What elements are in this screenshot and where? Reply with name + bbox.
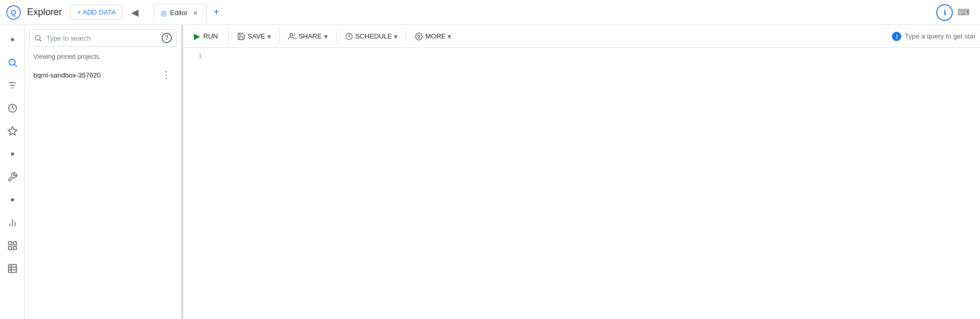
toolbar-divider-3 bbox=[336, 30, 337, 43]
nav-dashboard[interactable] bbox=[2, 235, 23, 256]
logo-button[interactable]: Q bbox=[4, 3, 23, 22]
editor-line-1: 1 bbox=[192, 52, 972, 60]
query-hint: i Type a query to get star bbox=[892, 32, 976, 41]
run-icon: ▶ bbox=[194, 31, 200, 41]
dot-icon-1 bbox=[11, 38, 14, 41]
add-data-button[interactable]: + ADD DATA bbox=[70, 5, 122, 20]
code-editor[interactable]: 1 bbox=[183, 48, 980, 319]
tab-editor[interactable]: ◎ Editor ✕ bbox=[154, 4, 207, 22]
svg-rect-14 bbox=[8, 265, 16, 273]
svg-rect-10 bbox=[8, 242, 11, 245]
nav-table[interactable] bbox=[2, 258, 23, 279]
line-content-1 bbox=[210, 52, 972, 60]
svg-rect-13 bbox=[8, 247, 11, 250]
share-label: SHARE bbox=[299, 32, 322, 40]
svg-rect-12 bbox=[13, 247, 16, 250]
top-header: Q Explorer + ADD DATA ◀ ◎ Editor ✕ + ℹ ⌨ bbox=[0, 0, 980, 25]
more-label: MORE bbox=[425, 32, 445, 40]
query-hint-text: Type a query to get star bbox=[904, 32, 976, 40]
dot-icon-3 bbox=[11, 198, 14, 201]
svg-point-20 bbox=[290, 33, 292, 36]
svg-marker-6 bbox=[8, 127, 17, 135]
editor-tab-label: Editor bbox=[170, 9, 188, 17]
close-icon: ✕ bbox=[193, 9, 198, 17]
line-number-1: 1 bbox=[192, 52, 202, 60]
search-icon bbox=[34, 34, 42, 42]
tab-bar: ◎ Editor ✕ + bbox=[152, 0, 932, 24]
wrench-icon bbox=[7, 172, 18, 182]
project-more-menu[interactable]: ⋮ bbox=[160, 69, 172, 81]
toolbar-divider-2 bbox=[279, 30, 280, 43]
main-layout: ? Viewing pinned projects. bqml-sandbox-… bbox=[0, 25, 980, 319]
editor-tab-close-button[interactable]: ✕ bbox=[191, 8, 200, 18]
filter-icon bbox=[7, 80, 18, 91]
keyboard-button[interactable]: ⌨ bbox=[955, 4, 972, 21]
query-hint-icon: i bbox=[892, 32, 901, 41]
more-chevron-icon: ▾ bbox=[448, 32, 451, 41]
left-nav bbox=[0, 25, 25, 319]
nav-chart[interactable] bbox=[2, 212, 23, 233]
run-label: RUN bbox=[203, 32, 218, 40]
project-item[interactable]: bqml-sandbox-357620 ⋮ bbox=[25, 65, 181, 85]
editor-area: ▶ RUN SAVE ▾ SHARE ▾ bbox=[183, 25, 980, 319]
search-input[interactable] bbox=[46, 34, 157, 42]
svg-point-18 bbox=[35, 35, 40, 40]
schedule-dropdown-button[interactable]: SCHEDULE ▾ bbox=[341, 29, 402, 44]
info-button[interactable]: ℹ bbox=[936, 4, 953, 21]
add-data-label: + ADD DATA bbox=[77, 8, 116, 16]
svg-point-22 bbox=[418, 35, 420, 37]
nav-history[interactable] bbox=[2, 98, 23, 119]
share-icon bbox=[288, 32, 296, 41]
new-tab-icon: + bbox=[213, 6, 219, 18]
collapse-icon: ◀ bbox=[131, 7, 139, 18]
svg-line-1 bbox=[14, 65, 17, 67]
more-dropdown-button[interactable]: MORE ▾ bbox=[411, 29, 455, 44]
nav-filter[interactable] bbox=[2, 75, 23, 96]
nav-dot-1 bbox=[2, 29, 23, 50]
nav-wrench[interactable] bbox=[2, 167, 23, 187]
run-button[interactable]: ▶ RUN bbox=[188, 28, 224, 44]
save-label: SAVE bbox=[247, 32, 265, 40]
toolbar-divider-4 bbox=[406, 30, 406, 43]
dot-icon-2 bbox=[11, 152, 14, 156]
toolbar: ▶ RUN SAVE ▾ SHARE ▾ bbox=[183, 25, 980, 48]
nav-dot-2 bbox=[2, 144, 23, 164]
share-chevron-icon: ▾ bbox=[324, 32, 328, 41]
more-settings-icon bbox=[415, 32, 423, 41]
schedule-label: SCHEDULE bbox=[355, 32, 392, 40]
save-dropdown-button[interactable]: SAVE ▾ bbox=[233, 29, 275, 44]
logo-icon: Q bbox=[6, 5, 21, 20]
explorer-panel: ? Viewing pinned projects. bqml-sandbox-… bbox=[25, 25, 181, 319]
info-icon: ℹ bbox=[944, 8, 946, 17]
history-icon bbox=[7, 103, 18, 113]
save-icon bbox=[237, 32, 245, 41]
app-title: Explorer bbox=[27, 7, 62, 18]
help-button[interactable]: ? bbox=[162, 33, 172, 43]
svg-rect-11 bbox=[13, 242, 16, 245]
search-nav-icon bbox=[7, 57, 18, 68]
editor-tab-icon: ◎ bbox=[160, 9, 167, 17]
more-menu-icon: ⋮ bbox=[162, 69, 171, 81]
nav-starred[interactable] bbox=[2, 121, 23, 142]
nav-search[interactable] bbox=[2, 52, 23, 73]
toolbar-divider-1 bbox=[228, 30, 229, 43]
search-bar: ? bbox=[29, 29, 177, 47]
table-icon bbox=[7, 263, 18, 274]
star-icon bbox=[7, 126, 18, 136]
share-dropdown-button[interactable]: SHARE ▾ bbox=[284, 29, 332, 44]
keyboard-icon: ⌨ bbox=[958, 7, 970, 17]
new-tab-button[interactable]: + bbox=[208, 4, 225, 21]
chart-icon bbox=[7, 218, 18, 228]
svg-line-19 bbox=[40, 40, 42, 42]
collapse-panel-button[interactable]: ◀ bbox=[127, 4, 143, 21]
help-icon-symbol: ? bbox=[165, 34, 168, 42]
nav-dot-3 bbox=[2, 189, 23, 210]
top-right-icons: ℹ ⌨ bbox=[936, 4, 976, 21]
pinned-label: Viewing pinned projects. bbox=[25, 51, 181, 65]
project-name: bqml-sandbox-357620 bbox=[33, 71, 160, 79]
save-chevron-icon: ▾ bbox=[267, 32, 271, 41]
schedule-chevron-icon: ▾ bbox=[394, 32, 398, 41]
svg-point-0 bbox=[9, 59, 15, 65]
dashboard-icon bbox=[7, 240, 18, 251]
schedule-icon bbox=[345, 32, 353, 41]
